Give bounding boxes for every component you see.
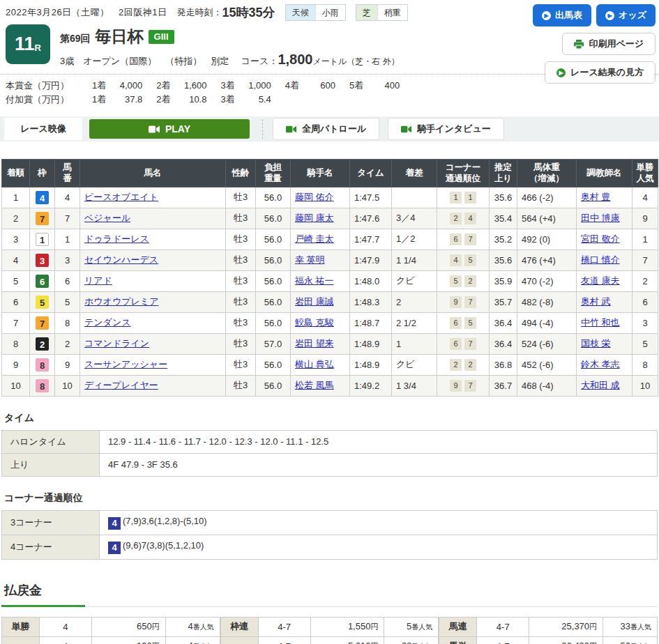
jockey-name-link[interactable]: 松若 風馬 bbox=[295, 380, 334, 390]
prize-place-label: 5着 bbox=[349, 79, 363, 92]
jockey-name-link[interactable]: 戸崎 圭太 bbox=[295, 233, 334, 244]
prize-value: 10.8 bbox=[170, 94, 206, 105]
corner-position-box: 4 bbox=[450, 254, 462, 266]
estimated-last3f: 35.2 bbox=[490, 229, 517, 250]
payout-combination: 4-7 bbox=[258, 617, 310, 636]
jockey-name-link[interactable]: 藤岡 佑介 bbox=[295, 192, 334, 202]
play-button[interactable]: PLAY bbox=[89, 119, 250, 139]
horse-name-link[interactable]: ピースオブエイト bbox=[84, 192, 158, 202]
frame-number-badge: 7 bbox=[36, 212, 49, 225]
payout-heading-rule bbox=[1, 605, 658, 607]
horse-name-link[interactable]: ホウオウプレミア bbox=[84, 296, 158, 307]
trainer-name-link[interactable]: 友道 康夫 bbox=[581, 275, 620, 286]
sex-age: 牡3 bbox=[226, 229, 256, 250]
corner-positions-cell: 52 bbox=[437, 270, 490, 291]
estimated-last3f: 35.7 bbox=[490, 291, 517, 312]
corner-position-box: 7 bbox=[464, 233, 476, 245]
results-header-row: 着順枠馬 番馬名性齢負担 重量騎手名タイム着差コーナー 通過順位推定 上り馬体重… bbox=[2, 160, 658, 187]
jockey-name-link[interactable]: 藤岡 康太 bbox=[295, 213, 334, 223]
race-number-badge: 11 R bbox=[6, 24, 50, 64]
horse-name-link[interactable]: ベジャール bbox=[84, 213, 130, 223]
horse-name-link[interactable]: スーサンアッシャー bbox=[84, 359, 167, 369]
popularity-suffix: 番人気 bbox=[411, 623, 432, 631]
patrol-video-button[interactable]: 全周パトロール bbox=[273, 118, 379, 140]
last-furlongs-value: 4F 47.9 - 3F 35.6 bbox=[100, 453, 658, 476]
race-results-table: 着順枠馬 番馬名性齢負担 重量騎手名タイム着差コーナー 通過順位推定 上り馬体重… bbox=[1, 159, 658, 397]
horse-name-link[interactable]: セイウンハーデス bbox=[84, 254, 158, 265]
corner-position-box: 2 bbox=[464, 359, 476, 371]
shutsuba-button[interactable]: ▶ 出馬表 bbox=[533, 4, 591, 26]
margin: 3／4 bbox=[392, 208, 437, 229]
finish-time: 1:48.9 bbox=[350, 354, 392, 375]
trainer-name-link[interactable]: 国枝 栄 bbox=[581, 338, 611, 348]
payout-table: 単勝4650円4番人気複勝4190円4番人気71,230円9番人気1130円1番… bbox=[1, 617, 220, 644]
carried-weight: 56.0 bbox=[256, 270, 291, 291]
table-row: 上り 4F 47.9 - 3F 35.6 bbox=[2, 453, 658, 476]
corner-position-box: 5 bbox=[464, 254, 476, 266]
trainer-cell: 奥村 武 bbox=[577, 291, 633, 312]
print-page-button[interactable]: 印刷用ページ bbox=[562, 33, 656, 55]
trainer-name-link[interactable]: 奥村 豊 bbox=[581, 192, 611, 202]
horse-number: 9 bbox=[55, 354, 80, 375]
leader-number-badge: 4 bbox=[108, 542, 121, 554]
divider bbox=[262, 119, 263, 139]
corner3-order-text: (7,9)3,6(1,2,8)-(5,10) bbox=[123, 516, 207, 526]
estimated-last3f: 35.9 bbox=[490, 270, 517, 291]
column-header: 馬名 bbox=[80, 160, 226, 187]
trainer-name-link[interactable]: 橋口 慎介 bbox=[581, 254, 620, 265]
trainer-name-link[interactable]: 田中 博康 bbox=[581, 213, 620, 223]
sex-age: 牡3 bbox=[226, 333, 256, 354]
result-row: 144ピースオブエイト牡356.0藤岡 佑介1:47.51135.6466 (-… bbox=[2, 187, 658, 208]
time-section-heading: タイム bbox=[4, 412, 653, 424]
corner-position-box: 5 bbox=[464, 317, 476, 329]
trainer-name-link[interactable]: 大和田 成 bbox=[581, 380, 620, 390]
table-row: ハロンタイム 12.9 - 11.4 - 11.6 - 11.7 - 12.0 … bbox=[2, 430, 658, 453]
bet-type-label: 複勝 bbox=[2, 636, 40, 644]
horse-name-cell: ディープレイヤー bbox=[80, 375, 226, 396]
frame-number-badge: 2 bbox=[36, 337, 49, 351]
horse-body-weight: 468 (-4) bbox=[517, 375, 577, 396]
arrow-circle-icon: ▶ bbox=[542, 11, 551, 20]
race-conditions-text: 3歳 オープン（国際） （特指） 別定 bbox=[60, 56, 229, 66]
jockey-name-link[interactable]: 鮫島 克駿 bbox=[295, 317, 334, 328]
horse-name-link[interactable]: ドゥラドーレス bbox=[84, 233, 149, 244]
estimated-last3f: 35.6 bbox=[490, 187, 517, 208]
trainer-name-link[interactable]: 奥村 武 bbox=[581, 296, 611, 307]
corner-positions-cell: 67 bbox=[437, 229, 490, 250]
horse-name-link[interactable]: ディープレイヤー bbox=[84, 380, 158, 390]
jockey-cell: 横山 典弘 bbox=[291, 354, 350, 375]
video-camera-icon bbox=[149, 125, 160, 133]
jockey-name-link[interactable]: 横山 典弘 bbox=[295, 359, 334, 369]
margin bbox=[392, 187, 437, 208]
trainer-name-link[interactable]: 鈴木 孝志 bbox=[581, 359, 620, 369]
trainer-cell: 中竹 和也 bbox=[577, 312, 633, 333]
jockey-name-link[interactable]: 岩田 康誠 bbox=[295, 296, 334, 307]
race-title: 毎日杯 bbox=[96, 26, 144, 47]
finish-position: 6 bbox=[2, 291, 30, 312]
margin: 1／2 bbox=[392, 229, 437, 250]
horse-name-link[interactable]: テンダンス bbox=[84, 317, 131, 328]
course-distance: 1,800 bbox=[278, 52, 312, 67]
frame-number-badge: 3 bbox=[36, 254, 49, 267]
corner-positions-cell: 24 bbox=[437, 208, 490, 229]
finish-position: 5 bbox=[2, 270, 30, 291]
jockey-name-link[interactable]: 幸 英明 bbox=[295, 254, 325, 265]
furlong-time-value: 12.9 - 11.4 - 11.6 - 11.7 - 12.0 - 12.3 … bbox=[100, 430, 658, 453]
print-page-label: 印刷用ページ bbox=[589, 38, 644, 50]
race-number-suffix: R bbox=[35, 43, 41, 53]
jockey-interview-button[interactable]: 騎手インタビュー bbox=[388, 118, 504, 140]
odds-button[interactable]: ▶ オッズ bbox=[596, 4, 656, 26]
horse-name-link[interactable]: コマンドライン bbox=[84, 338, 149, 348]
how-to-read-button[interactable]: ▶ レース結果の見方 bbox=[545, 61, 656, 84]
horse-body-weight: 524 (-6) bbox=[517, 333, 577, 354]
jockey-name-link[interactable]: 福永 祐一 bbox=[295, 275, 334, 286]
jockey-name-link[interactable]: 岩田 望来 bbox=[295, 338, 334, 348]
prize-value: 37.8 bbox=[106, 94, 142, 105]
margin: 1 1/4 bbox=[392, 250, 437, 270]
patrol-video-label: 全周パトロール bbox=[302, 123, 366, 135]
corner-position-box: 1 bbox=[464, 192, 476, 204]
trainer-name-link[interactable]: 中竹 和也 bbox=[581, 317, 620, 328]
horse-name-link[interactable]: リアド bbox=[84, 275, 112, 286]
trainer-name-link[interactable]: 宮田 敬介 bbox=[581, 233, 620, 244]
race-round: 第69回 bbox=[60, 33, 91, 45]
